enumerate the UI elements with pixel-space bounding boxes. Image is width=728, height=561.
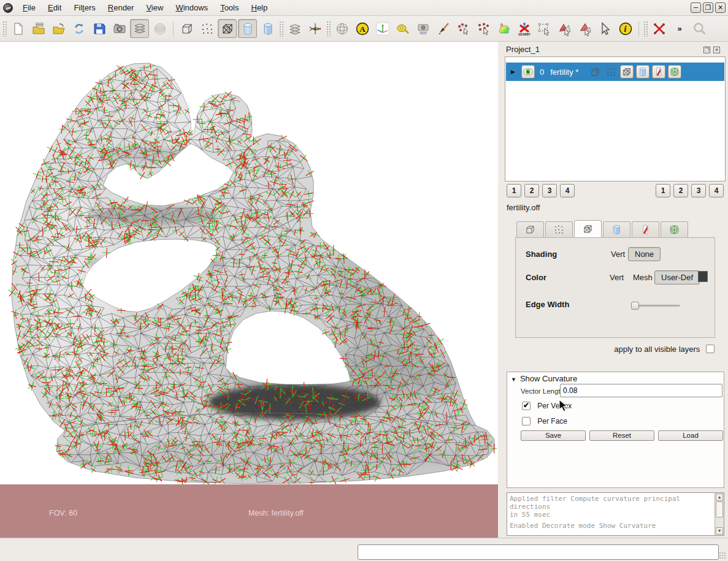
draw-smooth-cylinder-icon[interactable] [258,19,277,38]
arrow-cursor-tool-icon[interactable] [596,19,615,38]
tab-red-decorator[interactable] [632,221,659,237]
fertility-mesh-render[interactable] [0,42,498,484]
panel-float-icon[interactable]: ❐ [703,47,710,53]
quick-button-4[interactable]: 4 [560,184,575,197]
menu-help[interactable]: Help [245,1,274,15]
point-picking-alt-icon[interactable] [474,19,493,38]
apply-all-layers-checkbox[interactable] [706,345,715,353]
toolbar-grip[interactable] [279,21,283,37]
show-axes-icon[interactable] [373,19,392,38]
point-picking-icon[interactable] [454,19,473,38]
log-scrollbar[interactable]: ▲ ▼ [715,493,724,535]
vector-length-input[interactable] [560,384,722,397]
open-project-icon[interactable] [29,19,48,38]
open-mesh-icon[interactable] [49,19,68,38]
toolbar-grip[interactable] [326,21,331,37]
trackball-axis-icon[interactable] [305,19,324,38]
save-snapshot-floppy-icon[interactable] [90,19,109,38]
resize-grip[interactable] [719,552,726,559]
draw-box-icon[interactable] [588,65,602,78]
close-button[interactable]: ✕ [715,2,726,13]
quick-button-1[interactable]: 1 [507,184,521,197]
color-userdef-button[interactable]: User-Def [654,270,700,284]
scroll-down-icon[interactable]: ▼ [716,527,723,535]
select-rect-icon[interactable] [535,19,554,38]
menu-render[interactable]: Render [102,1,140,15]
visibility-eye-icon[interactable] [521,65,535,78]
toolbar-grip[interactable] [643,21,648,37]
quick-button-1[interactable]: 1 [656,184,670,197]
delete-vertices-icon[interactable] [649,19,669,38]
per-vertex-checkbox[interactable] [522,402,531,410]
load-button[interactable]: Load [658,430,723,441]
draw-smooth-cylinder-toggle[interactable] [636,65,649,78]
layer-row-fertility[interactable]: ▶ 0 fertility * [506,63,724,81]
draw-wireframe-icon[interactable] [218,19,237,38]
userdef-color-swatch[interactable] [698,271,708,282]
measuring-tape-icon[interactable] [393,19,412,38]
save-button[interactable]: Save [521,430,586,441]
new-document-icon[interactable] [9,19,28,38]
scroll-thumb[interactable] [716,502,723,517]
log-output[interactable]: Applied filter Compute curvature princip… [507,492,724,536]
red-decorator-toggle[interactable] [652,65,665,78]
gl-viewport[interactable]: FOV: 60 FPS: 144.9 BO_RENDERING Mesh: fe… [0,42,498,538]
tab-draw-points[interactable] [545,221,573,237]
collapse-triangle-icon[interactable]: ▼ [511,376,516,383]
snapshot-camera-icon[interactable] [110,19,129,38]
green-decorator-toggle[interactable] [668,65,681,78]
restore-button[interactable]: ❐ [703,2,713,13]
z-painting-icon[interactable] [434,19,453,38]
draw-box-icon[interactable] [177,19,196,38]
quick-button-4[interactable]: 4 [709,184,724,197]
layer-list[interactable]: ▶ 0 fertility * [505,56,726,181]
reset-button[interactable]: Reset [589,430,654,441]
menu-file[interactable]: File [17,1,42,15]
tab-draw-smooth-cylinder[interactable] [603,221,630,237]
app-icon[interactable] [3,3,13,13]
show-curvature-header[interactable]: ▼Show Curvature [511,374,577,383]
filter-search-input[interactable] [358,544,719,560]
per-face-checkbox[interactable] [522,417,531,426]
search-icon[interactable] [690,19,709,38]
menu-windows[interactable]: Windows [169,1,214,15]
sphere-disabled-icon[interactable] [150,19,169,38]
reload-icon[interactable] [69,19,88,38]
tab-draw-wireframe[interactable] [574,220,602,237]
raster-alignment-icon[interactable] [413,19,432,38]
draw-wireframe-toggle[interactable] [620,65,634,78]
minimize-button[interactable]: ─ [691,2,701,13]
draw-flat-cylinder-icon[interactable] [238,19,257,38]
toolbar-grip[interactable] [2,21,7,37]
shading-none-button[interactable]: None [628,247,661,261]
color-vert-option[interactable]: Vert [610,273,624,282]
quick-button-2[interactable]: 2 [524,184,539,197]
overflow-chevron-icon[interactable]: » [670,19,689,38]
draw-points-icon[interactable] [604,65,618,78]
quality-mapper-icon[interactable] [494,19,513,38]
wire-sphere-icon[interactable] [332,19,351,38]
quick-button-2[interactable]: 2 [673,184,688,197]
menu-edit[interactable]: Edit [42,1,67,15]
draw-points-icon[interactable] [197,19,216,38]
quick-button-3[interactable]: 3 [542,184,557,197]
scroll-up-icon[interactable]: ▲ [716,494,723,501]
menu-filters[interactable]: Filters [67,1,101,15]
shading-vert-option[interactable]: Vert [611,250,625,259]
tab-draw-box[interactable] [516,221,544,237]
select-faces-icon[interactable] [555,19,574,38]
color-mesh-option[interactable]: Mesh [633,273,653,282]
edge-width-slider[interactable] [631,302,680,309]
ambient-occlusion-icon[interactable]: A [353,19,372,38]
select-faces-alt-icon[interactable] [575,19,594,38]
menu-tools[interactable]: Tools [214,1,245,15]
layers-stack-icon[interactable] [285,19,304,38]
menu-view[interactable]: View [140,1,169,15]
show-layers-icon[interactable] [130,19,149,38]
tab-green-decorator[interactable] [661,221,688,237]
quick-button-3[interactable]: 3 [691,184,706,197]
panel-close-icon[interactable]: ✕ [713,47,720,53]
georeference-icon[interactable]: GEOREF [515,19,534,38]
info-icon[interactable]: i [616,19,635,38]
slider-handle[interactable] [631,302,639,310]
